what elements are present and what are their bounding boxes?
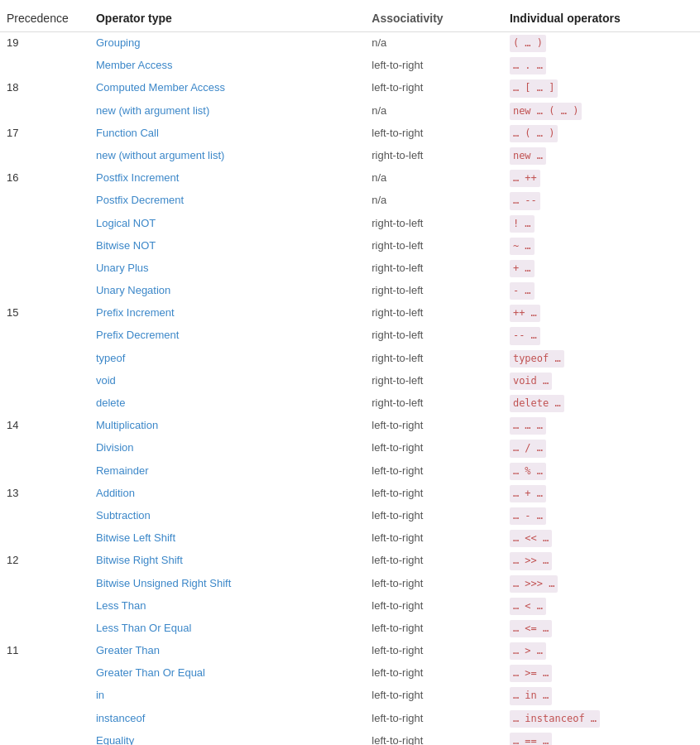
precedence-value bbox=[0, 370, 89, 392]
operators-value: … instanceof … bbox=[503, 708, 700, 730]
operators-value: … <= … bbox=[503, 618, 700, 640]
table-row: Bitwise NOTright-to-left~ … bbox=[0, 235, 700, 257]
operators-value: … . … bbox=[503, 55, 700, 77]
associativity-value: left-to-right bbox=[365, 77, 503, 99]
associativity-value: n/a bbox=[365, 100, 503, 123]
associativity-value: left-to-right bbox=[365, 483, 503, 505]
operators-value: … < … bbox=[503, 595, 700, 618]
operators-value: + … bbox=[503, 257, 700, 280]
precedence-value bbox=[0, 708, 89, 730]
associativity-value: left-to-right bbox=[365, 708, 503, 730]
operator-type-value[interactable]: Grouping bbox=[89, 32, 365, 55]
associativity-value: n/a bbox=[365, 32, 503, 55]
operators-value: … - … bbox=[503, 505, 700, 527]
operator-type-value[interactable]: Unary Plus bbox=[89, 257, 365, 280]
associativity-value: left-to-right bbox=[365, 573, 503, 595]
precedence-value bbox=[0, 662, 89, 685]
table-row: Less Thanleft-to-right… < … bbox=[0, 595, 700, 618]
precedence-value bbox=[0, 100, 89, 123]
precedence-value: 19 bbox=[0, 32, 89, 55]
header-individual-operators: Individual operators bbox=[503, 8, 700, 32]
associativity-value: right-to-left bbox=[365, 302, 503, 324]
associativity-value: left-to-right bbox=[365, 550, 503, 572]
table-row: instanceofleft-to-right… instanceof … bbox=[0, 708, 700, 730]
associativity-value: left-to-right bbox=[365, 55, 503, 77]
operator-type-value[interactable]: Postfix Decrement bbox=[89, 190, 365, 212]
table-row: Remainderleft-to-right… % … bbox=[0, 460, 700, 483]
operator-precedence-table: Precedence Operator type Associativity I… bbox=[0, 0, 700, 745]
operators-value: - … bbox=[503, 280, 700, 302]
operators-value: -- … bbox=[503, 324, 700, 347]
operator-type-value[interactable]: Less Than bbox=[89, 595, 365, 618]
table-row: 15Prefix Incrementright-to-left++ … bbox=[0, 302, 700, 324]
operator-type-value[interactable]: typeof bbox=[89, 348, 365, 370]
operator-type-value[interactable]: void bbox=[89, 370, 365, 392]
operators-value: … ( … ) bbox=[503, 123, 700, 145]
table-row: 12Bitwise Right Shiftleft-to-right… >> … bbox=[0, 550, 700, 572]
operator-type-value[interactable]: Prefix Increment bbox=[89, 302, 365, 324]
operator-type-value[interactable]: Function Call bbox=[89, 123, 365, 145]
operator-type-value[interactable]: Bitwise Unsigned Right Shift bbox=[89, 573, 365, 595]
associativity-value: left-to-right bbox=[365, 730, 503, 745]
associativity-value: left-to-right bbox=[365, 662, 503, 685]
operator-type-value[interactable]: Less Than Or Equal bbox=[89, 618, 365, 640]
table-row: Less Than Or Equalleft-to-right… <= … bbox=[0, 618, 700, 640]
operator-type-value[interactable]: Logical NOT bbox=[89, 213, 365, 235]
operator-type-value[interactable]: Subtraction bbox=[89, 505, 365, 527]
operators-value: … / … bbox=[503, 437, 700, 459]
operator-type-value[interactable]: Member Access bbox=[89, 55, 365, 77]
table-row: 16Postfix Incrementn/a… ++ bbox=[0, 167, 700, 190]
associativity-value: n/a bbox=[365, 167, 503, 190]
associativity-value: left-to-right bbox=[365, 460, 503, 483]
operator-type-value[interactable]: Unary Negation bbox=[89, 280, 365, 302]
table-row: Unary Negationright-to-left- … bbox=[0, 280, 700, 302]
associativity-value: right-to-left bbox=[365, 348, 503, 370]
associativity-value: left-to-right bbox=[365, 685, 503, 707]
operator-type-value[interactable]: Addition bbox=[89, 483, 365, 505]
operators-value: … >>> … bbox=[503, 573, 700, 595]
operator-type-value[interactable]: delete bbox=[89, 392, 365, 415]
precedence-value bbox=[0, 348, 89, 370]
operator-type-value[interactable]: Remainder bbox=[89, 460, 365, 483]
header-precedence: Precedence bbox=[0, 8, 89, 32]
operator-type-value[interactable]: Greater Than bbox=[89, 640, 365, 662]
operators-value: ! … bbox=[503, 213, 700, 235]
associativity-value: right-to-left bbox=[365, 370, 503, 392]
operator-type-value[interactable]: Bitwise Right Shift bbox=[89, 550, 365, 572]
table-row: Unary Plusright-to-left+ … bbox=[0, 257, 700, 280]
operator-type-value[interactable]: Bitwise Left Shift bbox=[89, 527, 365, 550]
operators-value: … >= … bbox=[503, 662, 700, 685]
table-row: 18Computed Member Accessleft-to-right… [… bbox=[0, 77, 700, 99]
operator-type-value[interactable]: Division bbox=[89, 437, 365, 459]
operators-value: ( … ) bbox=[503, 32, 700, 55]
precedence-value bbox=[0, 595, 89, 618]
operators-value: ~ … bbox=[503, 235, 700, 257]
precedence-value: 15 bbox=[0, 302, 89, 324]
operator-type-value[interactable]: new (without argument list) bbox=[89, 145, 365, 167]
associativity-value: right-to-left bbox=[365, 280, 503, 302]
precedence-value: 18 bbox=[0, 77, 89, 99]
operators-value: … << … bbox=[503, 527, 700, 550]
table-row: 11Greater Thanleft-to-right… > … bbox=[0, 640, 700, 662]
table-row: Postfix Decrementn/a… -- bbox=[0, 190, 700, 212]
associativity-value: left-to-right bbox=[365, 437, 503, 459]
table-row: Greater Than Or Equalleft-to-right… >= … bbox=[0, 662, 700, 685]
operators-value: … > … bbox=[503, 640, 700, 662]
operator-type-value[interactable]: Postfix Increment bbox=[89, 167, 365, 190]
operator-type-value[interactable]: Equality bbox=[89, 730, 365, 745]
precedence-value bbox=[0, 324, 89, 347]
operators-value: … >> … bbox=[503, 550, 700, 572]
precedence-value bbox=[0, 257, 89, 280]
table-row: 13Additionleft-to-right… + … bbox=[0, 483, 700, 505]
operator-type-value[interactable]: Bitwise NOT bbox=[89, 235, 365, 257]
operators-value: void … bbox=[503, 370, 700, 392]
operator-type-value[interactable]: Computed Member Access bbox=[89, 77, 365, 99]
precedence-value bbox=[0, 685, 89, 707]
operator-type-value[interactable]: in bbox=[89, 685, 365, 707]
operator-type-value[interactable]: Greater Than Or Equal bbox=[89, 662, 365, 685]
operator-type-value[interactable]: Multiplication bbox=[89, 415, 365, 437]
operator-type-value[interactable]: instanceof bbox=[89, 708, 365, 730]
operator-type-value[interactable]: Prefix Decrement bbox=[89, 324, 365, 347]
operator-type-value[interactable]: new (with argument list) bbox=[89, 100, 365, 123]
associativity-value: left-to-right bbox=[365, 595, 503, 618]
